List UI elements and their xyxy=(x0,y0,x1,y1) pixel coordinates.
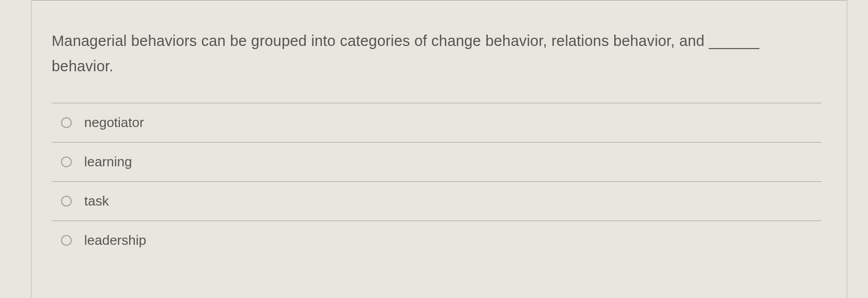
radio-icon xyxy=(61,196,72,207)
option-label: negotiator xyxy=(84,115,144,131)
options-list: negotiator learning task leadership xyxy=(52,103,822,260)
option-label: leadership xyxy=(84,232,146,248)
option-leadership[interactable]: leadership xyxy=(52,221,822,260)
question-text: Managerial behaviors can be grouped into… xyxy=(52,28,822,80)
radio-icon xyxy=(61,117,72,128)
question-container: Managerial behaviors can be grouped into… xyxy=(0,0,868,270)
radio-icon xyxy=(61,235,72,246)
option-negotiator[interactable]: negotiator xyxy=(52,103,822,142)
option-learning[interactable]: learning xyxy=(52,142,822,181)
radio-icon xyxy=(61,156,72,167)
option-task[interactable]: task xyxy=(52,181,822,221)
option-label: task xyxy=(84,193,109,209)
option-label: learning xyxy=(84,154,132,170)
